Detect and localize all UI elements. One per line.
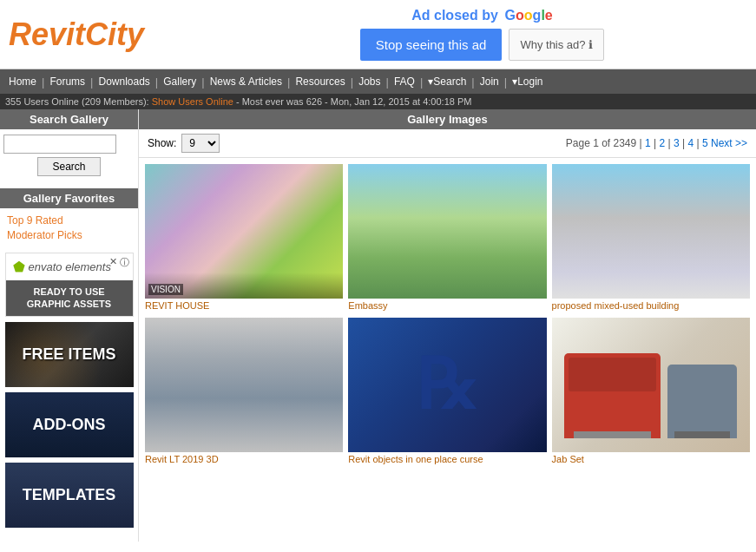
envato-ad-inner: ✕ ⓘ ⬟ envato elements — [6, 253, 133, 280]
image-caption-1[interactable]: REVIT HOUSE — [145, 299, 343, 312]
main-content: Search Gallery Search Gallery Favorites … — [0, 109, 756, 542]
templates-ad[interactable]: TEMPLATES — [5, 463, 134, 528]
site-logo[interactable]: RevitCity — [9, 16, 208, 53]
page-5-link[interactable]: 5 — [702, 137, 708, 149]
gallery-controls: Show: 9 18 36 Page 1 of 2349 | 1 | 2 | 3… — [139, 129, 756, 158]
image-thumb-2[interactable] — [348, 164, 546, 299]
google-o1: o — [516, 8, 524, 23]
nav-jobs[interactable]: Jobs — [353, 76, 385, 88]
envato-close-icon[interactable]: ✕ — [109, 256, 117, 267]
show-select[interactable]: 9 18 36 — [181, 134, 220, 153]
nav-forums[interactable]: Forums — [44, 76, 90, 88]
search-button[interactable]: Search — [37, 157, 100, 176]
show-control: Show: 9 18 36 — [148, 134, 220, 153]
envato-tagline: READY TO USEGRAPHIC ASSETS — [6, 280, 133, 316]
free-items-ad[interactable]: FREE ITEMS — [5, 322, 134, 387]
status-users: 355 Users Online (209 Members): — [5, 96, 149, 107]
page-4-link[interactable]: 4 — [687, 137, 694, 149]
image-thumb-6[interactable] — [552, 318, 750, 452]
envato-leaf-icon: ⬟ — [13, 259, 25, 275]
nav-search[interactable]: ▾Search — [423, 76, 471, 88]
search-input[interactable] — [3, 135, 116, 154]
ad-closed-label: Ad closed by Google — [411, 8, 553, 23]
image-cell-3: proposed mixed-used building — [549, 161, 753, 315]
main-nav: Home | Forums | Downloads | Gallery | Ne… — [0, 69, 756, 94]
favorites-links: Top 9 Rated Moderator Picks — [0, 208, 138, 247]
gallery-title: Gallery Images — [407, 113, 488, 126]
status-bar: 355 Users Online (209 Members): Show Use… — [0, 94, 756, 109]
image-cell-1: VISION REVIT HOUSE — [142, 161, 345, 315]
image-thumb-4[interactable] — [145, 318, 343, 452]
sidebar-search-title: Search Gallery — [0, 109, 138, 129]
templates-label: TEMPLATES — [23, 486, 116, 504]
header: RevitCity Ad closed by Google Stop seein… — [0, 0, 756, 69]
nav-join[interactable]: Join — [475, 76, 504, 88]
show-users-link[interactable]: Show Users Online — [152, 96, 233, 107]
image-caption-2[interactable]: Embassy — [348, 299, 546, 312]
envato-ad[interactable]: ✕ ⓘ ⬟ envato elements READY TO USEGRAPHI… — [5, 253, 134, 317]
gallery-panel: Gallery Images Show: 9 18 36 Page 1 of 2… — [139, 109, 756, 542]
free-items-label: FREE ITEMS — [22, 345, 115, 364]
addons-label: ADD-ONS — [33, 416, 106, 434]
ad-closed-text: Ad closed by — [411, 8, 498, 23]
nav-downloads[interactable]: Downloads — [93, 76, 154, 88]
google-g2: g — [533, 8, 542, 23]
moderator-picks-link[interactable]: Moderator Picks — [7, 229, 131, 241]
show-label: Show: — [148, 137, 176, 149]
revit-r-logo: ℞ — [416, 345, 478, 425]
image-caption-4[interactable]: Revit LT 2019 3D — [145, 452, 343, 466]
google-g: G — [505, 8, 516, 23]
nav-faq[interactable]: FAQ — [389, 76, 420, 88]
stop-ad-button[interactable]: Stop seeing this ad — [360, 29, 503, 61]
google-e: e — [545, 8, 553, 23]
nav-resources[interactable]: Resources — [290, 76, 350, 88]
image-grid: VISION REVIT HOUSE Embassy proposed mixe… — [139, 158, 756, 472]
search-box: Search — [0, 129, 138, 185]
page-1-link[interactable]: 1 — [645, 137, 651, 149]
gallery-favorites-title: Gallery Favorites — [0, 188, 138, 208]
page-3-link[interactable]: 3 — [674, 137, 680, 149]
top-9-rated-link[interactable]: Top 9 Rated — [7, 214, 131, 227]
page-2-link[interactable]: 2 — [659, 137, 665, 149]
image-caption-3[interactable]: proposed mixed-used building — [552, 299, 750, 312]
envato-name: envato elements — [29, 260, 111, 273]
next-page-link[interactable]: Next >> — [711, 137, 747, 149]
pagination: Page 1 of 2349 | 1 | 2 | 3 | 4 | 5 Next … — [566, 137, 747, 149]
page-info: Page 1 of 2349 | — [566, 137, 645, 149]
ad-area: Ad closed by Google Stop seeing this ad … — [208, 8, 756, 61]
sidebar: Search Gallery Search Gallery Favorites … — [0, 109, 139, 542]
image-thumb-3[interactable] — [552, 164, 750, 299]
image-cell-4: Revit LT 2019 3D — [142, 315, 345, 469]
addons-ad[interactable]: ADD-ONS — [5, 392, 134, 457]
google-o2: o — [524, 8, 533, 23]
image-thumb-5[interactable]: ℞ — [348, 318, 546, 452]
image-cell-2: Embassy — [345, 161, 549, 315]
nav-gallery[interactable]: Gallery — [158, 76, 201, 88]
image-caption-5[interactable]: Revit objects in one place curse — [348, 452, 546, 466]
image-label-1: VISION — [148, 284, 183, 295]
ad-buttons: Stop seeing this ad Why this ad? ℹ — [360, 29, 604, 61]
image-cell-5: ℞ Revit objects in one place curse — [345, 315, 549, 469]
image-thumb-1[interactable]: VISION — [145, 164, 343, 299]
image-cell-6: Jab Set — [549, 315, 753, 469]
nav-news[interactable]: News & Articles — [205, 76, 287, 88]
logo-area: RevitCity — [0, 16, 208, 53]
nav-home[interactable]: Home — [3, 76, 42, 88]
image-caption-6[interactable]: Jab Set — [552, 452, 750, 466]
envato-info-icon[interactable]: ⓘ — [120, 256, 129, 269]
why-ad-button[interactable]: Why this ad? ℹ — [509, 29, 604, 61]
gallery-header: Gallery Images — [139, 109, 756, 129]
status-extra: - Most ever was 626 - Mon, Jan 12, 2015 … — [236, 96, 471, 107]
nav-login[interactable]: ▾Login — [507, 76, 548, 88]
